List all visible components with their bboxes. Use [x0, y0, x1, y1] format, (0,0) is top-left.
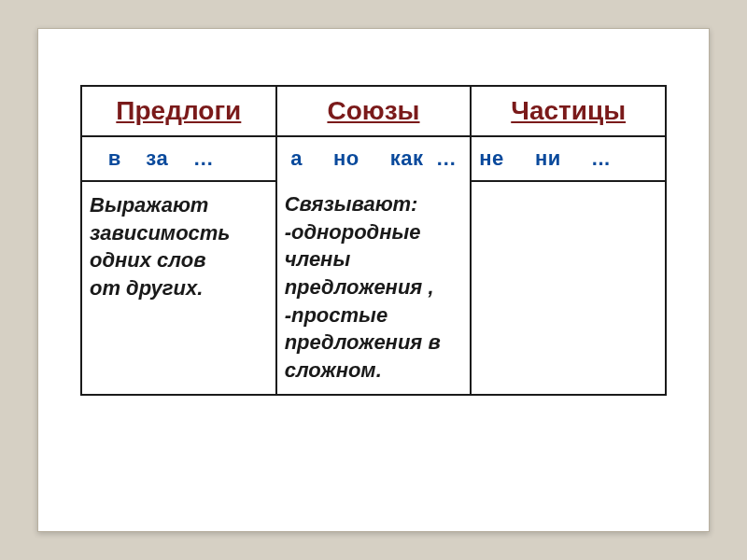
header-conjunctions: Союзы — [276, 86, 472, 136]
table-examples-row: в за … а но как … не ни ... — [81, 136, 666, 181]
header-prepositions: Предлоги — [81, 86, 276, 136]
parts-of-speech-table: Предлоги Союзы Частицы в за … а но как …… — [80, 85, 667, 396]
table-header-row: Предлоги Союзы Частицы — [81, 86, 666, 136]
slide: Предлоги Союзы Частицы в за … а но как …… — [37, 28, 710, 532]
examples-particles: не ни ... — [471, 136, 666, 181]
examples-conjunctions: а но как … — [276, 136, 472, 181]
description-prepositions: Выражают зависимость одних слов от други… — [81, 181, 276, 395]
table-description-row: Выражают зависимость одних слов от други… — [81, 181, 666, 395]
examples-prepositions: в за … — [81, 136, 276, 181]
description-particles — [471, 181, 666, 395]
header-particles: Частицы — [471, 86, 666, 136]
description-conjunctions: Связывают:-однородные члены предложения … — [276, 181, 472, 395]
